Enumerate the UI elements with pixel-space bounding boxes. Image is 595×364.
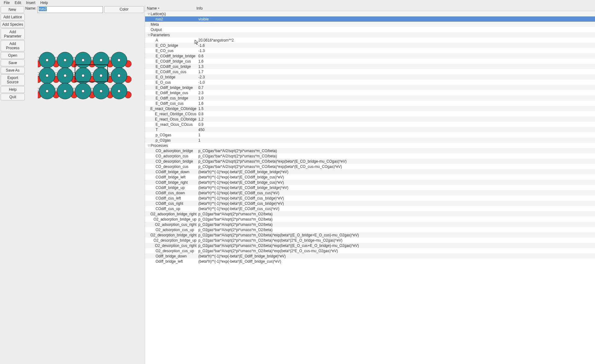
- tree-label: ruo2: [156, 17, 163, 21]
- tree-row[interactable]: CO_desorption_bridgep_COgas*bar*A/2/sqrt…: [145, 159, 595, 164]
- add-species-button[interactable]: Add Species: [1, 21, 25, 28]
- help-button[interactable]: Help: [1, 86, 25, 93]
- tree-cell-name: Odiff_bridge_left: [147, 259, 196, 264]
- expander-icon[interactable]: ▽: [147, 144, 151, 147]
- tree-row[interactable]: E_O_bridge-2.3: [145, 74, 595, 80]
- menu-insert[interactable]: Insert: [24, 0, 38, 6]
- tree-row[interactable]: COdiff_cus_up(beta*h)**(-1)*exp(-beta*(E…: [145, 206, 595, 211]
- tree-row[interactable]: COdiff_bridge_left(beta*h)**(-1)*exp(-be…: [145, 174, 595, 180]
- tree-row[interactable]: COdiff_bridge_right(beta*h)**(-1)*exp(-b…: [145, 180, 595, 185]
- menu-help[interactable]: Help: [38, 0, 51, 6]
- tree-row[interactable]: E_COdiff_bridge_cus1.6: [145, 59, 595, 64]
- color-button[interactable]: Color: [104, 6, 144, 13]
- svg-point-37: [64, 74, 67, 77]
- tree-cell-name: ▽Processes: [147, 143, 196, 148]
- tree-row[interactable]: COdiff_bridge_up(beta*h)**(-1)*exp(-beta…: [145, 185, 595, 190]
- tree-label: E_Odiff_bridge_cus: [156, 91, 188, 95]
- tree-row[interactable]: Odiff_bridge_left(beta*h)**(-1)*exp(-bet…: [145, 259, 595, 264]
- tree-row[interactable]: E_react_Obridge_COcus0.8: [145, 111, 595, 116]
- tree-row[interactable]: E_CO_cus-1.3: [145, 48, 595, 53]
- expander-icon[interactable]: ▽: [147, 12, 151, 15]
- tree-col-name[interactable]: Name ▾: [145, 6, 195, 11]
- tree-row[interactable]: Meta: [145, 22, 595, 27]
- menu-file[interactable]: File: [1, 0, 12, 6]
- tree-row[interactable]: COdiff_cus_right(beta*h)**(-1)*exp(-beta…: [145, 201, 595, 206]
- tree-label: E_react_Ocus_CObridge: [155, 117, 196, 121]
- tree-row[interactable]: ▽Processes: [145, 143, 595, 148]
- tree-row[interactable]: T450: [145, 127, 595, 132]
- svg-point-46: [118, 74, 121, 77]
- tree-row[interactable]: O2_adsorption_bridge_upp_O2gas*bar*A/sqr…: [145, 217, 595, 222]
- tree-row[interactable]: ▽Parameters: [145, 32, 595, 37]
- tree-row[interactable]: COdiff_cus_left(beta*h)**(-1)*exp(-beta*…: [145, 195, 595, 201]
- tree-cell-info: p_O2gas*bar*A/sqrt(2*pi*umass*m_O2/beta): [196, 212, 595, 216]
- tree-row[interactable]: O2_desorption_bridge_upp_O2gas*bar*A/sqr…: [145, 238, 595, 243]
- add-parameter-button[interactable]: Add Parameter: [1, 29, 25, 40]
- export-source-button[interactable]: Export Source: [1, 74, 25, 86]
- tree-row[interactable]: p_COgas1: [145, 132, 595, 138]
- tree-row[interactable]: ▽Lattice(s): [145, 11, 595, 16]
- name-input[interactable]: ruo2: [37, 6, 103, 13]
- tree-row[interactable]: Odiff_bridge_down(beta*h)**(-1)*exp(-bet…: [145, 253, 595, 259]
- tree-label: CO_desorption_cus: [156, 164, 188, 169]
- tree-row[interactable]: COdiff_bridge_down(beta*h)**(-1)*exp(-be…: [145, 169, 595, 174]
- tree-cell-name: p_O2gas: [147, 138, 196, 143]
- open-button[interactable]: Open: [1, 52, 25, 59]
- tree-row[interactable]: O2_adsorption_cus_upp_O2gas*bar*A/sqrt(2…: [145, 227, 595, 232]
- tree-label: Parameters: [151, 33, 170, 37]
- tree-row[interactable]: E_COdiff_cus_cus1.7: [145, 69, 595, 74]
- tree-row[interactable]: E_react_Ocus_CObridge1.2: [145, 116, 595, 122]
- tree-row[interactable]: CO_adsorption_bridgep_COgas*bar*A/2/sqrt…: [145, 148, 595, 153]
- tree-cell-info: 0.6: [196, 54, 595, 58]
- tree-row[interactable]: E_Odiff_cus_cus1.6: [145, 101, 595, 106]
- tree-row[interactable]: COdiff_cus_down(beta*h)**(-1)*exp(-beta*…: [145, 190, 595, 195]
- svg-point-59: [91, 88, 93, 90]
- tree-row[interactable]: Output: [145, 27, 595, 32]
- tree-row[interactable]: CO_desorption_cusp_COgas*bar*A/2/sqrt(2*…: [145, 164, 595, 169]
- tree-row[interactable]: O2_desorption_bridge_rightp_O2gas*bar*A/…: [145, 232, 595, 238]
- save-button[interactable]: Save: [1, 59, 25, 66]
- tree-row[interactable]: O2_desorption_cus_rightp_O2gas*bar*A/sqr…: [145, 243, 595, 248]
- tree-cell-name: E_react_Obridge_CObridge: [147, 107, 196, 111]
- tree-row[interactable]: E_CO_bridge-1.6: [145, 43, 595, 48]
- tree-cell-name: O2_desorption_cus_up: [147, 249, 196, 253]
- tree-row[interactable]: E_Odiff_cus_bridge1.0: [145, 95, 595, 101]
- tree-col-info[interactable]: Info: [195, 6, 595, 11]
- quit-button[interactable]: Quit: [1, 94, 25, 100]
- tree-row[interactable]: O2_adsorption_cus_rightp_O2gas*bar*A/sqr…: [145, 222, 595, 227]
- add-process-button[interactable]: Add Process: [1, 40, 25, 51]
- new-button[interactable]: New: [1, 6, 24, 13]
- save-as-button[interactable]: Save As: [1, 67, 25, 74]
- tree-label: p_O2gas: [156, 138, 171, 143]
- menu-edit[interactable]: Edit: [12, 0, 24, 6]
- lattice-canvas[interactable]: [25, 14, 145, 268]
- tree-row[interactable]: p_O2gas1: [145, 138, 595, 143]
- tree-label: Odiff_bridge_left: [156, 259, 183, 264]
- top-controls: New Name: ruo2 Color: [0, 6, 145, 14]
- tree-row[interactable]: E_Odiff_bridge_bridge0.7: [145, 85, 595, 90]
- tree-row[interactable]: CO_adsorption_cusp_COgas*bar*A/2/sqrt(2*…: [145, 153, 595, 159]
- svg-point-32: [109, 57, 111, 59]
- main-area: New Name: ruo2 Color Add Lattice Add Spe…: [0, 6, 595, 364]
- tree-body[interactable]: ▽Lattice(s)ruo2visibleMetaOutput▽Paramet…: [145, 11, 595, 364]
- tree-row[interactable]: O2_adsorption_bridge_rightp_O2gas*bar*A/…: [145, 211, 595, 217]
- tree-label: E_COdiff_cus_bridge: [156, 64, 191, 69]
- tree-row[interactable]: E_react_Ocus_COcus0.9: [145, 122, 595, 127]
- tree-row[interactable]: E_react_Obridge_CObridge1.5: [145, 106, 595, 111]
- tree-cell-info: (beta*h)**(-1)*exp(-beta*(E_COdiff_cus_b…: [196, 196, 595, 200]
- tree-row[interactable]: E_COdiff_cus_bridge1.3: [145, 64, 595, 69]
- tree-row[interactable]: O2_desorption_cus_upp_O2gas*bar*A/sqrt(2…: [145, 248, 595, 253]
- tree-label: E_CO_cus: [156, 49, 174, 53]
- tree-cell-name: O2_desorption_cus_right: [147, 243, 196, 248]
- tree-row[interactable]: A20.0616*angstrom**2: [145, 37, 595, 43]
- tree-row[interactable]: E_O_cus-1.0: [145, 80, 595, 85]
- tree-label: Meta: [151, 22, 159, 27]
- expander-icon[interactable]: ▽: [147, 33, 151, 37]
- tree-cell-info: 1.6: [196, 101, 595, 106]
- tree-row[interactable]: ruo2visible: [145, 16, 595, 22]
- tree-row[interactable]: E_COdiff_bridge_bridge0.6: [145, 53, 595, 59]
- tree-row[interactable]: E_Odiff_bridge_cus2.3: [145, 90, 595, 95]
- tree-label: O2_desorption_bridge_up: [153, 238, 196, 243]
- tree-panel: Name ▾ Info ▽Lattice(s)ruo2visibleMetaOu…: [145, 6, 595, 364]
- add-lattice-button[interactable]: Add Lattice: [1, 14, 25, 20]
